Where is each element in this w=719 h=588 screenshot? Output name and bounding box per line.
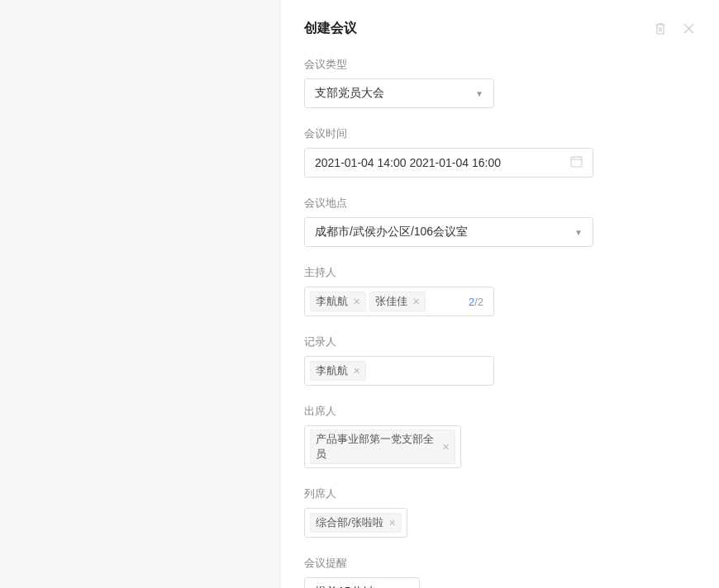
tag-text: 李航航 bbox=[316, 294, 348, 309]
reminder-group: 会议提醒 提前15分钟 ▼ bbox=[304, 556, 696, 588]
recorder-group: 记录人 李航航 ✕ bbox=[304, 334, 696, 386]
meeting-type-select[interactable]: 支部党员大会 ▼ bbox=[304, 78, 494, 108]
close-icon[interactable] bbox=[681, 21, 696, 36]
recorder-label: 记录人 bbox=[304, 334, 696, 349]
host-group: 主持人 李航航 ✕ 张佳佳 ✕ 2/2 bbox=[304, 265, 696, 316]
tag-remove-icon[interactable]: ✕ bbox=[412, 296, 420, 307]
reminder-label: 会议提醒 bbox=[304, 556, 696, 571]
meeting-time-label: 会议时间 bbox=[304, 126, 696, 141]
meeting-location-group: 会议地点 成都市/武侯办公区/106会议室 ▼ bbox=[304, 196, 696, 247]
host-tag: 李航航 ✕ bbox=[310, 292, 366, 311]
recorder-input[interactable]: 李航航 ✕ bbox=[304, 356, 494, 386]
calendar-icon bbox=[570, 155, 583, 170]
meeting-type-label: 会议类型 bbox=[304, 57, 696, 72]
tag-remove-icon[interactable]: ✕ bbox=[353, 296, 360, 307]
meeting-location-label: 会议地点 bbox=[304, 196, 696, 211]
header-actions bbox=[653, 21, 696, 36]
host-counter: 2/2 bbox=[469, 296, 488, 308]
meeting-time-value: 2021-01-04 14:00 2021-01-04 16:00 bbox=[315, 156, 501, 169]
attendee-tag: 产品事业部第一党支部全员 ✕ bbox=[310, 429, 455, 464]
tag-text: 张佳佳 bbox=[375, 294, 407, 309]
observer-input[interactable]: 综合部/张啦啦 ✕ bbox=[304, 508, 407, 538]
svg-rect-0 bbox=[571, 157, 582, 167]
reminder-select[interactable]: 提前15分钟 ▼ bbox=[304, 577, 420, 588]
delete-icon[interactable] bbox=[653, 21, 668, 36]
observer-tag: 综合部/张啦啦 ✕ bbox=[310, 513, 402, 533]
observer-label: 列席人 bbox=[304, 486, 696, 501]
panel-title: 创建会议 bbox=[304, 20, 357, 37]
tag-remove-icon[interactable]: ✕ bbox=[388, 518, 396, 529]
chevron-down-icon: ▼ bbox=[475, 89, 483, 98]
host-count-max: 2 bbox=[478, 296, 483, 308]
meeting-time-group: 会议时间 2021-01-04 14:00 2021-01-04 16:00 bbox=[304, 126, 696, 178]
host-count-current: 2 bbox=[469, 296, 474, 308]
meeting-time-input[interactable]: 2021-01-04 14:00 2021-01-04 16:00 bbox=[304, 148, 593, 178]
host-tag: 张佳佳 ✕ bbox=[369, 292, 426, 311]
meeting-type-value: 支部党员大会 bbox=[315, 86, 384, 101]
attendee-label: 出席人 bbox=[304, 404, 696, 419]
host-input[interactable]: 李航航 ✕ 张佳佳 ✕ 2/2 bbox=[304, 287, 494, 316]
tag-remove-icon[interactable]: ✕ bbox=[353, 366, 360, 377]
sidebar-area bbox=[0, 0, 281, 588]
attendee-group: 出席人 产品事业部第一党支部全员 ✕ bbox=[304, 404, 696, 468]
meeting-location-select[interactable]: 成都市/武侯办公区/106会议室 ▼ bbox=[304, 217, 593, 247]
meeting-location-value: 成都市/武侯办公区/106会议室 bbox=[315, 225, 468, 239]
recorder-tag: 李航航 ✕ bbox=[310, 361, 366, 381]
attendee-input[interactable]: 产品事业部第一党支部全员 ✕ bbox=[304, 425, 461, 468]
panel-header: 创建会议 bbox=[304, 20, 696, 37]
host-label: 主持人 bbox=[304, 265, 696, 280]
create-meeting-panel: 创建会议 会议类型 支部党员大会 ▼ 会议时间 2021-01-04 14:00… bbox=[281, 0, 719, 588]
tag-text: 李航航 bbox=[316, 363, 348, 378]
reminder-value: 提前15分钟 bbox=[315, 585, 374, 588]
tag-text: 综合部/张啦啦 bbox=[316, 515, 383, 530]
meeting-type-group: 会议类型 支部党员大会 ▼ bbox=[304, 57, 696, 108]
observer-group: 列席人 综合部/张啦啦 ✕ bbox=[304, 486, 696, 538]
tag-remove-icon[interactable]: ✕ bbox=[442, 442, 450, 453]
chevron-down-icon: ▼ bbox=[574, 228, 583, 237]
tag-text: 产品事业部第一党支部全员 bbox=[316, 432, 437, 462]
